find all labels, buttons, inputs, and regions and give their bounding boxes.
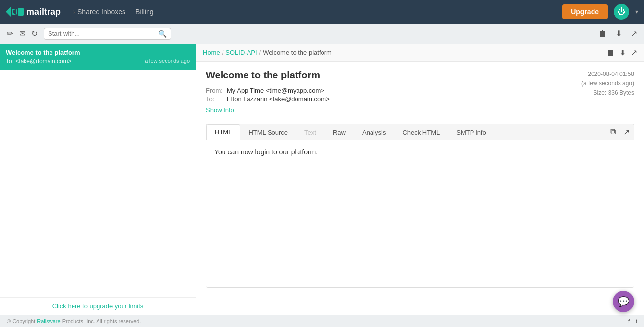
to-label: To:	[206, 95, 223, 102]
email-subject: Welcome to the platform	[206, 70, 330, 81]
upgrade-button[interactable]: Upgrade	[562, 4, 608, 19]
bc-forward-button[interactable]: ↗	[631, 48, 637, 57]
email-item-to: To: <fake@domain.com>	[6, 58, 72, 65]
download-icon: ⬇	[616, 29, 622, 38]
logo-text: mailtrap	[26, 7, 61, 17]
logo-area: mailtrap	[6, 5, 61, 19]
email-view: Welcome to the platform From: My App Tim…	[196, 62, 644, 315]
footer-brand-link[interactable]: Railsware	[37, 318, 60, 324]
footer-twitter-link[interactable]: t	[636, 318, 637, 324]
email-date-line2: (a few seconds ago)	[581, 79, 634, 88]
bc-delete-button[interactable]: 🗑	[607, 49, 615, 57]
nav-link-billing[interactable]: Billing	[135, 8, 153, 16]
refresh-icon: ↻	[31, 29, 38, 38]
breadcrumb-sep-2: /	[259, 49, 261, 56]
email-header-row: Welcome to the platform From: My App Tim…	[206, 70, 634, 120]
chat-icon: 💬	[618, 296, 630, 307]
email-item-title: Welcome to the platform	[6, 49, 190, 56]
tab-actions: ⧉ ↗	[608, 126, 634, 139]
nav-links: Shared Inboxes Billing	[77, 8, 562, 16]
footer-copyright-text: © Copyright	[7, 318, 37, 324]
from-value: My App Time <time@myapp.com>	[227, 87, 324, 94]
search-icon[interactable]: 🔍	[158, 30, 167, 38]
sidebar-footer: Click here to upgrade your limits	[0, 297, 196, 315]
email-date-info: 2020-08-04 01:58 (a few seconds ago) Siz…	[581, 70, 634, 98]
mark-read-icon: ✉	[19, 29, 25, 38]
refresh-button[interactable]: ↻	[28, 27, 41, 40]
compose-button[interactable]: ✏	[4, 27, 16, 40]
search-box: 🔍	[44, 28, 171, 40]
tab-smtp-info[interactable]: SMTP info	[448, 125, 494, 140]
breadcrumb-api[interactable]: SOLID-API	[225, 49, 257, 56]
email-list-item[interactable]: Welcome to the platform To: <fake@domain…	[0, 44, 196, 70]
svg-rect-2	[18, 8, 24, 16]
power-icon: ⏻	[618, 7, 625, 16]
svg-marker-0	[6, 7, 11, 17]
nav-link-shared-inboxes[interactable]: Shared Inboxes	[77, 8, 125, 16]
breadcrumb-actions: 🗑 ⬇ ↗	[607, 48, 637, 57]
email-from-row: From: My App Time <time@myapp.com>	[206, 87, 330, 94]
breadcrumb-sep-1: /	[222, 49, 224, 56]
tab-open-button[interactable]: ↗	[621, 126, 632, 139]
tab-html[interactable]: HTML	[206, 124, 240, 140]
download-button[interactable]: ⬇	[613, 27, 625, 40]
tabs-content-wrapper: HTML HTML Source Text Raw Analysis Check…	[206, 124, 634, 288]
account-menu-chevron[interactable]: ▾	[635, 8, 638, 15]
chat-bubble[interactable]: 💬	[613, 291, 634, 312]
breadcrumb: Home / SOLID-API / Welcome to the platfo…	[203, 49, 332, 56]
breadcrumb-bar: Home / SOLID-API / Welcome to the platfo…	[196, 44, 644, 62]
breadcrumb-current: Welcome to the platform	[263, 49, 332, 56]
email-meta: From: My App Time <time@myapp.com> To: E…	[206, 87, 330, 102]
tab-copy-button[interactable]: ⧉	[608, 126, 618, 138]
content-area: Home / SOLID-API / Welcome to the platfo…	[196, 44, 644, 315]
tab-html-source[interactable]: HTML Source	[240, 125, 296, 140]
delete-icon: 🗑	[599, 29, 607, 38]
footer-facebook-link[interactable]: f	[628, 318, 630, 324]
email-item-time: a few seconds ago	[145, 58, 190, 65]
email-to-row: To: Elton Lazzarin <fake@domain.com>	[206, 95, 330, 102]
email-date-line3: Size: 336 Bytes	[581, 88, 634, 98]
page-footer: © Copyright Railsware Products, Inc. All…	[0, 315, 644, 327]
upgrade-limits-link[interactable]: Click here to upgrade your limits	[52, 302, 144, 310]
tab-check-html[interactable]: Check HTML	[394, 125, 448, 140]
logo-icon	[6, 5, 24, 19]
top-navigation: mailtrap › Shared Inboxes Billing Upgrad…	[0, 0, 644, 24]
email-body-content: You can now login to our platform.	[214, 148, 318, 156]
compose-icon: ✏	[7, 29, 13, 38]
show-info-link[interactable]: Show Info	[206, 106, 234, 114]
email-item-bottom: To: <fake@domain.com> a few seconds ago	[6, 58, 190, 65]
power-button[interactable]: ⏻	[614, 4, 629, 20]
delete-button[interactable]: 🗑	[596, 27, 610, 40]
nav-divider: ›	[73, 7, 75, 17]
main-layout: Welcome to the platform To: <fake@domain…	[0, 44, 644, 315]
breadcrumb-home[interactable]: Home	[203, 49, 220, 56]
nav-right: Upgrade ⏻ ▾	[562, 4, 638, 20]
email-date-line1: 2020-08-04 01:58	[581, 70, 634, 79]
forward-button[interactable]: ↗	[628, 27, 640, 40]
from-label: From:	[206, 87, 223, 94]
email-body: You can now login to our platform.	[206, 140, 634, 287]
footer-copyright-rest: Products, Inc. All rights reserved.	[61, 318, 141, 324]
tab-analysis[interactable]: Analysis	[354, 125, 394, 140]
search-input[interactable]	[48, 30, 158, 37]
tabs-list: HTML HTML Source Text Raw Analysis Check…	[206, 124, 495, 140]
tab-raw[interactable]: Raw	[324, 125, 354, 140]
to-value: Elton Lazzarin <fake@domain.com>	[227, 95, 330, 102]
footer-copyright: © Copyright Railsware Products, Inc. All…	[7, 318, 141, 324]
mark-read-button[interactable]: ✉	[16, 27, 28, 40]
bc-download-button[interactable]: ⬇	[619, 48, 626, 57]
toolbar-right-actions: 🗑 ⬇ ↗	[596, 27, 640, 40]
footer-social-links: f t	[628, 318, 637, 324]
sub-toolbar: ✏ ✉ ↻ 🔍 🗑 ⬇ ↗	[0, 24, 644, 44]
tabs-header-row: HTML HTML Source Text Raw Analysis Check…	[206, 124, 634, 140]
tab-text: Text	[296, 125, 324, 140]
sidebar: Welcome to the platform To: <fake@domain…	[0, 44, 196, 315]
forward-icon: ↗	[631, 29, 637, 38]
email-subject-area: Welcome to the platform From: My App Tim…	[206, 70, 330, 120]
